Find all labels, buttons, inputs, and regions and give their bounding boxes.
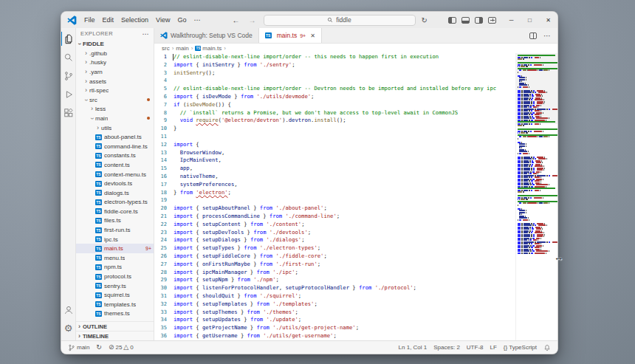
menu-view[interactable]: View: [152, 12, 174, 28]
code-line-13[interactable]: 13 BrowserWindow,: [154, 149, 515, 157]
code-line-4[interactable]: 4: [154, 77, 515, 85]
status-indentation[interactable]: Spaces: 2: [433, 344, 460, 351]
code-line-5[interactable]: 5// eslint-disable-next-line import/orde…: [154, 85, 515, 93]
customize-layout-icon[interactable]: [488, 17, 496, 24]
status-problems[interactable]: ⊘ 25 △ 0: [109, 344, 134, 351]
code-line-20[interactable]: 20import { setupAboutPanel } from './abo…: [154, 205, 515, 213]
code-line-11[interactable]: 11: [154, 133, 515, 141]
file-first-run.ts[interactable]: TSfirst-run.ts: [76, 225, 154, 235]
file-electron-types.ts[interactable]: TSelectron-types.ts: [76, 198, 154, 207]
file-devtools.ts[interactable]: TSdevtools.ts: [76, 179, 154, 188]
code-line-29[interactable]: 29import { setupNpm } from './npm';: [154, 276, 515, 284]
code-line-16[interactable]: 16 nativeTheme,: [154, 173, 515, 181]
toggle-secondary-sidebar-icon[interactable]: [475, 17, 483, 24]
outline-section[interactable]: › OUTLINE: [76, 321, 154, 331]
file-protocol.ts[interactable]: TSprotocol.ts: [76, 272, 154, 281]
breadcrumb-file[interactable]: TS main.ts: [195, 45, 222, 52]
code-line-28[interactable]: 28import { ipcMainManager } from './ipc'…: [154, 269, 515, 277]
code-line-32[interactable]: 32import { setupTemplates } from './temp…: [154, 301, 515, 309]
toggle-panel-icon[interactable]: [461, 17, 470, 24]
menu-selection[interactable]: Selection: [117, 12, 152, 28]
folder-.husky[interactable]: ›.husky: [76, 58, 154, 68]
code-line-34[interactable]: 34import { setupUpdates } from './update…: [154, 316, 515, 324]
breadcrumb-main[interactable]: main: [176, 45, 188, 52]
code-line-19[interactable]: 19: [154, 196, 515, 205]
activity-search[interactable]: [61, 48, 76, 66]
file-menu.ts[interactable]: TSmenu.ts: [76, 253, 154, 263]
folder-less[interactable]: ›less: [76, 105, 154, 114]
code-line-9[interactable]: 9 void require('@electron/devtron').devt…: [154, 117, 515, 125]
folder-assets[interactable]: ›assets: [76, 77, 154, 86]
toggle-sidebar-icon[interactable]: [448, 17, 456, 24]
tab-walkthrough[interactable]: Walkthrough: Setup VS Code: [154, 28, 259, 43]
file-dialogs.ts[interactable]: TSdialogs.ts: [76, 188, 154, 198]
status-language[interactable]: {} TypeScript: [504, 344, 537, 351]
refresh-icon[interactable]: ↻: [422, 16, 428, 24]
code-line-26[interactable]: 26import { setupFiddleCore } from './fid…: [154, 253, 515, 261]
activity-run-debug[interactable]: [61, 85, 76, 103]
activity-source-control[interactable]: [61, 66, 76, 85]
project-root-row[interactable]: › FIDDLE: [76, 39, 154, 49]
code-line-33[interactable]: 33import { setupThemes } from './themes'…: [154, 309, 515, 317]
code-line-27[interactable]: 27import { onFirstRunMaybe } from './fir…: [154, 261, 515, 269]
code-line-14[interactable]: 14 IpcMainEvent,: [154, 157, 515, 165]
code-line-10[interactable]: 10}: [154, 125, 515, 133]
code-lines[interactable]: 1// eslint-disable-next-line import/orde…: [154, 53, 515, 340]
account-button[interactable]: [61, 301, 76, 319]
close-button[interactable]: ✕: [539, 12, 557, 28]
file-command-line.ts[interactable]: TScommand-line.ts: [76, 142, 154, 151]
file-context-menu.ts[interactable]: TScontext-menu.ts: [76, 170, 154, 179]
status-cursor-position[interactable]: Ln 1, Col 1: [399, 344, 428, 351]
code-line-12[interactable]: 12import {: [154, 141, 515, 149]
status-encoding[interactable]: UTF-8: [467, 344, 484, 351]
file-ipc.ts[interactable]: TSipc.ts: [76, 235, 154, 244]
settings-button[interactable]: ⚙: [61, 319, 76, 337]
breadcrumb-src[interactable]: src: [162, 45, 170, 52]
code-line-25[interactable]: 25import { setupTypes } from './electron…: [154, 244, 515, 253]
menu-more[interactable]: ⋯: [190, 12, 204, 28]
menu-edit[interactable]: Edit: [99, 12, 118, 28]
code-line-7[interactable]: 7if (isDevMode()) {: [154, 101, 515, 109]
activity-explorer[interactable]: [61, 30, 76, 48]
code-line-22[interactable]: 22import { setupContent } from './conten…: [154, 221, 515, 229]
file-constants.ts[interactable]: TSconstants.ts: [76, 151, 154, 161]
code-line-30[interactable]: 30import { listenForProtocolHandler, set…: [154, 284, 515, 292]
back-arrow-icon[interactable]: ←: [231, 16, 241, 24]
file-main.ts[interactable]: TSmain.ts9+: [76, 244, 154, 253]
file-files.ts[interactable]: TSfiles.ts: [76, 216, 154, 226]
status-sync[interactable]: ↻: [96, 344, 102, 351]
file-npm.ts[interactable]: TSnpm.ts: [76, 263, 154, 272]
forward-arrow-icon[interactable]: →: [247, 16, 258, 24]
file-sentry.ts[interactable]: TSsentry.ts: [76, 281, 154, 291]
code-line-1[interactable]: 1// eslint-disable-next-line import/orde…: [154, 53, 515, 61]
folder-.github[interactable]: ›.github: [76, 49, 154, 58]
menu-go[interactable]: Go: [174, 12, 190, 28]
code-line-17[interactable]: 17 systemPreferences,: [154, 181, 515, 189]
file-templates.ts[interactable]: TStemplates.ts: [76, 300, 154, 309]
code-line-3[interactable]: 3initSentry();: [154, 69, 515, 78]
status-branch[interactable]: main: [68, 344, 89, 351]
file-content.ts[interactable]: TScontent.ts: [76, 160, 154, 170]
folder-rtl-spec[interactable]: ›rtl-spec: [76, 86, 154, 95]
minimize-button[interactable]: ─: [502, 12, 521, 28]
code-line-35[interactable]: 35import { getProjectName } from './util…: [154, 324, 515, 332]
minimap[interactable]: [515, 53, 557, 340]
folder-main[interactable]: ›main: [76, 114, 154, 123]
explorer-more-icon[interactable]: ⋯: [143, 30, 149, 38]
menu-file[interactable]: File: [80, 12, 99, 28]
code-line-2[interactable]: 2import { initSentry } from './sentry';: [154, 61, 515, 69]
code-line-21[interactable]: 21import { processCommandLine } from './…: [154, 213, 515, 221]
code-line-18[interactable]: 18} from 'electron';: [154, 189, 515, 197]
code-line-15[interactable]: 15 app,: [154, 165, 515, 173]
activity-extensions[interactable]: [61, 103, 76, 122]
notifications-button[interactable]: [543, 344, 551, 351]
tab-main-ts[interactable]: TS main.ts 9+ ✕: [259, 28, 322, 43]
code-line-23[interactable]: 23import { setupDevTools } from './devto…: [154, 229, 515, 237]
folder-.yarn[interactable]: ›.yarn: [76, 67, 154, 77]
code-line-36[interactable]: 36import { getUsername } from './utils/g…: [154, 332, 515, 340]
editor-more-icon[interactable]: ⋯: [543, 32, 551, 40]
code-line-8[interactable]: 8 // `install` returns a Promise, but we…: [154, 109, 515, 117]
file-themes.ts[interactable]: TSthemes.ts: [76, 309, 154, 319]
code-line-6[interactable]: 6import { isDevMode } from './utils/devm…: [154, 93, 515, 101]
file-squirrel.ts[interactable]: TSsquirrel.ts: [76, 290, 154, 300]
